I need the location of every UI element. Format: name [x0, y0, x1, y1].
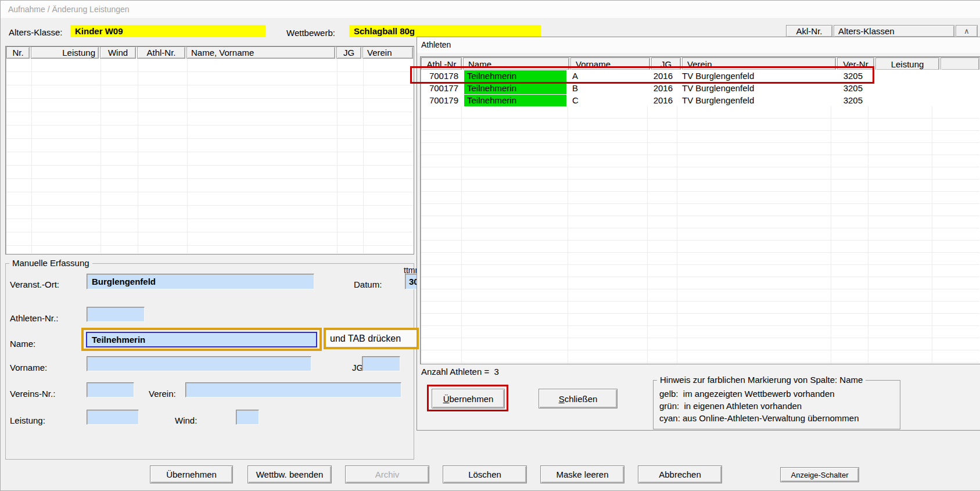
alters-klassen-column-header[interactable]: Alters-Klassen	[834, 25, 954, 37]
manuelle-erfassung-title: Manuelle Erfassung	[9, 258, 92, 268]
col-header-leistung[interactable]: Leistung	[31, 46, 99, 59]
athlete-cell: B	[568, 82, 648, 94]
athleten-table-header-row: Athl.-Nr Name Vorname JG Verein Ver-Nr L…	[421, 58, 979, 70]
table-gridline	[677, 70, 677, 363]
hint-gelb: gelb: im angezeigten Wettbewerb vorhande…	[659, 389, 835, 399]
window-title: Aufnahme / Änderung Leistungen	[8, 5, 130, 14]
wind-input[interactable]	[236, 410, 259, 425]
vorname-label: Vorname:	[10, 363, 47, 373]
alters-klasse-label: Alters-Klasse:	[9, 27, 63, 38]
col-header-vorname[interactable]: Vorname	[570, 58, 650, 70]
athleten-nr-input[interactable]	[87, 307, 145, 322]
window-titlebar: Aufnahme / Änderung Leistungen	[1, 1, 980, 18]
name-input[interactable]: Teilnehmerin	[86, 332, 317, 347]
athlete-cell: Teilnehmerin	[462, 94, 568, 106]
hint-cyan: cyan: aus Online-Athleten-Verwaltung übe…	[659, 413, 859, 424]
athlete-cell: Teilnehmerin	[462, 70, 568, 82]
results-table-header-row: Nr. Leistung Wind Athl-Nr. Name, Vorname…	[6, 46, 413, 59]
verein-input[interactable]	[185, 382, 401, 397]
akl-nr-column-header[interactable]: Akl-Nr.	[786, 25, 832, 37]
vereins-nr-label: Vereins-Nr.:	[10, 389, 55, 399]
archiv-button[interactable]: Archiv	[345, 465, 429, 483]
leistung-label: Leistung:	[10, 415, 45, 426]
results-table[interactable]: Nr. Leistung Wind Athl-Nr. Name, Vorname…	[5, 46, 414, 255]
athleten-count: Anzahl Athleten = 3	[421, 367, 499, 377]
athlete-cell: 2016	[648, 70, 677, 82]
tab-hint-annotation: und TAB drücken	[324, 328, 419, 349]
dialog-title: Athleten	[421, 40, 451, 49]
col-header-athl-nr[interactable]: Athl.-Nr	[421, 58, 462, 70]
hint-gruen: grün: in eigenen Athleten vorhanden	[659, 401, 802, 411]
table-gridline	[647, 70, 648, 363]
athlete-cell: TV Burglengenfeld	[677, 82, 831, 94]
table-gridlines	[421, 70, 979, 363]
athlete-cell: 700178	[421, 70, 462, 82]
name-label: Name:	[10, 339, 35, 349]
athleten-table[interactable]: Athl.-Nr Name Vorname JG Verein Ver-Nr L…	[420, 56, 980, 364]
athlete-cell	[868, 82, 932, 94]
leistung-input[interactable]	[87, 410, 139, 425]
athlete-name-highlight: Teilnehmerin	[464, 95, 566, 106]
color-hint-group: Hinweis zur farblichen Markierung von Sp…	[653, 380, 900, 429]
athlete-cell	[868, 70, 932, 82]
dialog-uebernehmen-button[interactable]: Übernehmen	[432, 389, 505, 408]
col-header-leistung[interactable]: Leistung	[875, 58, 939, 70]
veranst-ort-input[interactable]: Burglengenfeld	[87, 274, 314, 289]
col-header-name[interactable]: Name	[463, 58, 569, 70]
table-gridline	[363, 59, 364, 253]
col-header-filler	[940, 58, 979, 70]
table-gridlines	[6, 59, 413, 253]
abbrechen-button[interactable]: Abbrechen	[638, 465, 722, 483]
wettbw-beenden-button[interactable]: Wettbw. beenden	[247, 465, 332, 483]
wettbewerb-value: Schlagball 80g	[349, 25, 541, 37]
chevron-up-icon: ∧	[964, 27, 970, 35]
athlete-cell	[868, 94, 932, 106]
athlete-cell: 2016	[648, 82, 677, 94]
athlete-name-highlight: Teilnehmerin	[464, 83, 566, 94]
loeschen-button[interactable]: Löschen	[443, 465, 527, 483]
athlete-row[interactable]: 700177TeilnehmerinB2016TV Burglengenfeld…	[421, 82, 980, 94]
table-gridline	[100, 59, 101, 253]
vorname-input[interactable]	[87, 356, 311, 371]
jg-input[interactable]	[362, 356, 400, 371]
dialog-schliessen-button[interactable]: Schließen	[539, 389, 618, 408]
table-gridline	[868, 70, 868, 363]
table-gridline	[461, 70, 462, 363]
athlete-row[interactable]: 700179TeilnehmerinC2016TV Burglengenfeld…	[421, 94, 980, 106]
col-header-wind[interactable]: Wind	[100, 46, 136, 59]
col-header-ver-nr[interactable]: Ver-Nr	[837, 58, 874, 70]
col-header-jg[interactable]: JG	[651, 58, 681, 70]
dialog-titlebar: Athleten	[417, 37, 980, 53]
app-window: Aufnahme / Änderung Leistungen Alters-Kl…	[0, 0, 980, 491]
athlete-cell: 3205	[831, 94, 868, 106]
athlete-row[interactable]: 700178TeilnehmerinA2016TV Burglengenfeld…	[421, 70, 980, 82]
athlete-name-highlight: Teilnehmerin	[464, 70, 566, 82]
color-hint-title: Hinweis zur farblichen Markierung von Sp…	[657, 375, 866, 385]
athleten-nr-label: Athleten-Nr.:	[10, 313, 58, 324]
scroll-up-button[interactable]: ∧	[956, 25, 978, 37]
wettbewerb-label: Wettbewerb:	[286, 28, 335, 38]
table-gridline	[932, 70, 932, 363]
col-header-athl-nr[interactable]: Athl-Nr.	[137, 46, 185, 59]
anzeige-schalter-button[interactable]: Anzeige-Schalter	[780, 467, 859, 482]
vereins-nr-input[interactable]	[87, 382, 134, 397]
table-gridline	[31, 59, 32, 253]
veranst-ort-label: Veranst.-Ort:	[10, 279, 59, 290]
verein-label: Verein:	[149, 389, 176, 399]
athlete-cell: 3205	[831, 82, 868, 94]
table-gridline	[187, 59, 188, 253]
athlete-cell: 2016	[648, 94, 677, 106]
table-gridline	[831, 70, 831, 363]
datum-label: Datum:	[354, 279, 382, 290]
col-header-name-vorname[interactable]: Name, Vorname	[186, 46, 335, 59]
maske-leeren-button[interactable]: Maske leeren	[540, 465, 624, 483]
athlete-cell: 700179	[421, 94, 462, 106]
athlete-cell: 700177	[421, 82, 462, 94]
col-header-verein[interactable]: Verein	[362, 46, 413, 59]
col-header-nr[interactable]: Nr.	[6, 46, 30, 59]
uebernehmen-button[interactable]: Übernehmen	[150, 465, 233, 483]
athlete-cell: TV Burglengenfeld	[677, 94, 831, 106]
table-gridline	[138, 59, 138, 253]
col-header-jg[interactable]: JG	[336, 46, 361, 59]
col-header-verein[interactable]: Verein	[682, 58, 836, 70]
